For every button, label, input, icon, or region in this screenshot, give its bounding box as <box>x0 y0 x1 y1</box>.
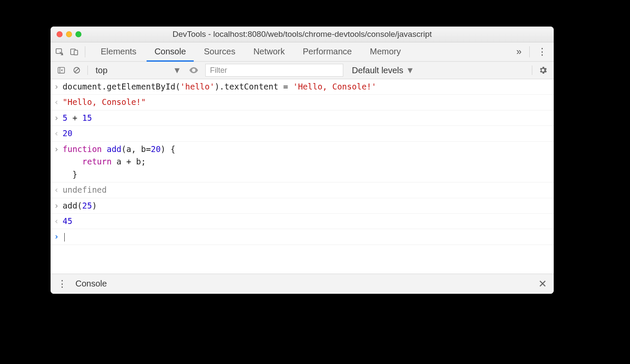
main-tabstrip: ElementsConsoleSourcesNetworkPerformance… <box>51 42 554 62</box>
toolbar-divider <box>532 66 532 75</box>
output-chevron-icon: ‹ <box>54 215 63 227</box>
window-controls <box>57 31 81 37</box>
console-input-row: ›function add(a, b=20) { return a + b; } <box>51 142 554 182</box>
drawer-tab-label: Console <box>75 279 107 289</box>
minimize-window-button[interactable] <box>66 31 72 37</box>
console-settings-icon[interactable] <box>536 63 550 78</box>
svg-rect-2 <box>74 50 78 55</box>
drawer-menu-icon[interactable]: ⋮ <box>55 277 69 291</box>
clear-console-icon[interactable] <box>69 63 84 78</box>
close-window-button[interactable] <box>57 31 63 37</box>
chevron-down-icon: ▼ <box>173 66 181 75</box>
input-chevron-icon: › <box>54 112 63 124</box>
console-output-row: ‹"Hello, Console!" <box>51 95 554 110</box>
context-selector-label: top <box>96 66 108 75</box>
console-line-content: "Hello, Console!" <box>63 96 549 108</box>
toolbar-divider <box>87 66 88 75</box>
titlebar[interactable]: DevTools - localhost:8080/web/tools/chro… <box>51 27 554 42</box>
input-chevron-icon: › <box>54 143 63 181</box>
console-output-row: ‹undefined <box>51 182 554 198</box>
console-line-content: undefined <box>63 184 549 196</box>
console-line-content: 5 + 15 <box>63 112 549 124</box>
tab-memory[interactable]: Memory <box>362 43 408 62</box>
console-prompt[interactable]: › <box>51 229 554 245</box>
output-chevron-icon: ‹ <box>54 127 63 140</box>
console-output-row: ‹20 <box>51 126 554 141</box>
live-expression-icon[interactable] <box>186 63 201 78</box>
context-selector[interactable]: top ▼ <box>91 66 186 75</box>
device-toolbar-icon[interactable] <box>67 45 81 59</box>
tab-sources[interactable]: Sources <box>196 43 243 62</box>
tabstrip-divider <box>85 46 85 57</box>
toggle-drawer-icon[interactable] <box>54 63 69 78</box>
tab-elements[interactable]: Elements <box>93 43 144 62</box>
output-chevron-icon: ‹ <box>54 184 63 196</box>
log-levels-label: Default levels <box>352 66 403 75</box>
tab-network[interactable]: Network <box>246 43 292 62</box>
settings-menu-icon[interactable]: ⋮ <box>533 42 551 61</box>
tabstrip-leading-tools <box>52 42 89 61</box>
prompt-chevron-icon: › <box>54 230 63 243</box>
prompt-input[interactable] <box>63 230 549 243</box>
console-line-content: document.getElementById('hello').textCon… <box>63 81 549 93</box>
window-title: DevTools - localhost:8080/web/tools/chro… <box>172 30 432 39</box>
zoom-window-button[interactable] <box>75 31 81 37</box>
console-toolbar: top ▼ Default levels ▼ <box>51 62 554 79</box>
main-tabs: ElementsConsoleSourcesNetworkPerformance… <box>93 42 512 61</box>
input-chevron-icon: › <box>54 200 63 212</box>
output-chevron-icon: ‹ <box>54 96 63 108</box>
filter-input[interactable] <box>205 64 343 77</box>
drawer: ⋮ Console ✕ <box>51 274 554 294</box>
console-output-row: ‹45 <box>51 214 554 229</box>
tabs-overflow-icon[interactable]: » <box>512 42 526 61</box>
console-line-content: 45 <box>63 215 549 227</box>
console-line-content: 20 <box>63 127 549 140</box>
console-input-row: ›add(25) <box>51 198 554 214</box>
input-chevron-icon: › <box>54 81 63 93</box>
console-input-row: ›5 + 15 <box>51 110 554 126</box>
svg-point-5 <box>193 69 195 71</box>
drawer-tab-console[interactable]: Console <box>69 274 113 294</box>
console-output[interactable]: ›document.getElementById('hello').textCo… <box>51 79 554 274</box>
log-levels-selector[interactable]: Default levels ▼ <box>348 66 419 75</box>
console-line-content: function add(a, b=20) { return a + b; } <box>63 143 549 181</box>
console-input-row: ›document.getElementById('hello').textCo… <box>51 79 554 95</box>
tab-performance[interactable]: Performance <box>295 43 360 62</box>
console-line-content: add(25) <box>63 200 549 212</box>
devtools-window: DevTools - localhost:8080/web/tools/chro… <box>51 27 554 294</box>
close-drawer-icon[interactable]: ✕ <box>536 278 549 290</box>
chevron-down-icon: ▼ <box>406 66 414 75</box>
tab-console[interactable]: Console <box>147 43 193 62</box>
tabstrip-divider <box>529 46 530 57</box>
inspect-element-icon[interactable] <box>52 45 67 59</box>
